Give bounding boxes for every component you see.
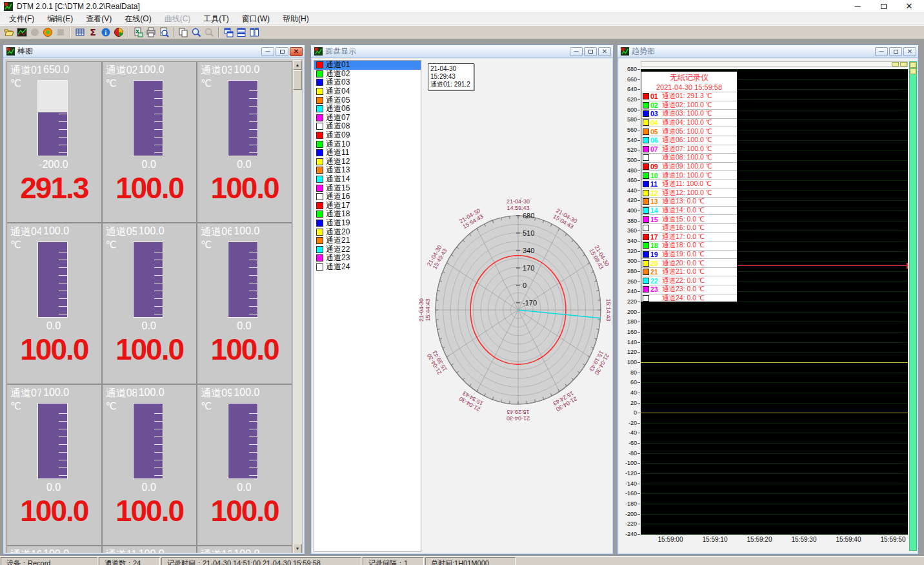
scroll-down-icon[interactable]: ▼ <box>293 544 302 553</box>
trend-window-minimize-button[interactable]: ─ <box>875 47 888 56</box>
trend-series-line <box>641 362 908 363</box>
vscroll-button[interactable] <box>910 68 916 74</box>
menu-item[interactable]: 工具(T) <box>197 12 235 26</box>
gridline <box>641 322 908 322</box>
gridline <box>641 484 908 484</box>
legend-channel-value: 通道21: 0.0 ℃ <box>662 267 705 276</box>
legend-channel-value: 通道14: 0.0 ℃ <box>662 206 705 215</box>
menu-item[interactable]: 查看(V) <box>79 12 118 26</box>
bar-window-titlebar[interactable]: 棒图 ─ ✕ <box>3 45 305 58</box>
legend-channel-value: 通道08: 100.0 ℃ <box>662 153 712 162</box>
disc-window-maximize-button[interactable] <box>584 47 597 56</box>
channel-list-item[interactable]: 通道24 <box>314 263 421 272</box>
legend-channel-value: 通道13: 0.0 ℃ <box>662 197 705 206</box>
disc-window-close-button[interactable]: ✕ <box>598 47 611 56</box>
gauge-min-value: 0.0 <box>21 320 86 332</box>
gauge-reading: 100.0 <box>103 170 197 205</box>
export-icon[interactable] <box>132 26 145 38</box>
gauge-panel: 通道04100.0℃0.0100.0 <box>7 223 101 384</box>
legend-color-swatch <box>643 146 649 152</box>
channel-color-swatch <box>316 167 323 174</box>
trend-window-close-button[interactable]: ✕ <box>903 47 916 56</box>
bar-window-scrollbar[interactable]: ▲ ▼ <box>292 59 303 553</box>
menu-item[interactable]: 在线(O) <box>118 12 157 26</box>
menu-item[interactable]: 曲线(C) <box>158 12 197 26</box>
realtime-chart-icon[interactable] <box>15 26 28 38</box>
tile-vertical-icon[interactable] <box>248 26 261 38</box>
print-preview-icon[interactable] <box>157 26 170 38</box>
gridline <box>641 393 908 393</box>
y-axis-label: -60 <box>619 440 637 446</box>
gauge-ticks <box>249 245 257 314</box>
legend-channel-value: 通道05: 100.0 ℃ <box>662 127 712 136</box>
mdi-area: 棒图 ─ ✕ 通道01650.0℃-200.0291.3通道02100.0℃0.… <box>0 39 924 556</box>
y-axis-label: 500 <box>619 157 637 163</box>
hscroll-button[interactable] <box>892 62 899 67</box>
tile-horizontal-icon[interactable] <box>235 26 248 38</box>
scrollbar-thumb[interactable] <box>293 70 302 90</box>
cascade-windows-icon[interactable] <box>222 26 235 38</box>
y-axis-tick <box>638 150 640 150</box>
disc-window-minimize-button[interactable]: ─ <box>570 47 583 56</box>
y-axis-label: 580 <box>619 116 637 123</box>
pie-chart-icon[interactable] <box>112 26 125 38</box>
print-icon[interactable] <box>145 26 157 38</box>
menu-item[interactable]: 编辑(E) <box>41 12 79 26</box>
gridline <box>641 504 908 504</box>
y-axis-label: 60 <box>619 379 637 385</box>
menu-item[interactable]: 文件(F) <box>3 12 41 26</box>
trend-window-titlebar[interactable]: 趋势图 ─ ✕ <box>618 45 918 58</box>
bar-window-maximize-button[interactable] <box>276 47 288 56</box>
menu-item[interactable]: 窗口(W) <box>236 12 276 26</box>
close-button[interactable]: ✕ <box>905 1 914 11</box>
channel-list: 通道01通道02通道03通道04通道05通道06通道07通道08通道09通道10… <box>314 60 421 552</box>
y-axis-label: -160 <box>619 490 637 497</box>
y-axis-label: 260 <box>619 278 637 285</box>
trend-vscroll[interactable] <box>909 61 917 551</box>
gauge-reading: 100.0 <box>7 493 101 528</box>
trend-window-maximize-button[interactable] <box>889 47 902 56</box>
channel-color-swatch <box>316 123 323 130</box>
gauge-channel-label: 通道12 <box>201 548 232 553</box>
maximize-button[interactable] <box>879 1 888 11</box>
vscroll-button[interactable] <box>910 62 916 68</box>
copy-icon[interactable] <box>177 26 190 38</box>
channel-color-swatch <box>316 97 323 104</box>
hscroll-button[interactable] <box>900 62 907 67</box>
y-axis-tick <box>638 413 640 413</box>
legend-channel-number: 16 <box>649 224 662 232</box>
trend-hscroll[interactable] <box>641 61 908 67</box>
gridline <box>641 534 908 535</box>
gauge-panel: 通道09100.0℃0.0100.0 <box>197 385 292 545</box>
gauge-ticks <box>249 406 257 476</box>
channel-color-swatch <box>316 202 323 209</box>
gauge-panel: 通道05100.0℃0.0100.0 <box>103 223 197 384</box>
sum-icon[interactable]: Σ <box>86 26 99 38</box>
legend-channel-value: 通道04: 100.0 ℃ <box>662 118 712 127</box>
minimize-button[interactable]: ─ <box>853 1 862 11</box>
scroll-up-icon[interactable]: ▲ <box>293 60 302 70</box>
gauge-channel-label: 通道04 <box>10 225 41 239</box>
record-icon[interactable] <box>41 26 54 38</box>
legend-channel-value: 通道24: 0.0 ℃ <box>662 294 705 303</box>
zoom-icon[interactable] <box>190 26 203 38</box>
gauge-max-value: 100.0 <box>43 548 69 553</box>
table-view-icon[interactable] <box>74 26 86 38</box>
channel-color-swatch <box>316 141 323 148</box>
channel-color-swatch <box>316 229 323 236</box>
bar-window-minimize-button[interactable]: ─ <box>261 47 274 56</box>
tooltip-time: 15:29:43 <box>430 73 472 81</box>
info-icon[interactable]: i <box>99 26 112 38</box>
menu-item[interactable]: 帮助(H) <box>276 12 316 26</box>
svg-text:340: 340 <box>523 247 534 254</box>
bar-window-close-button[interactable]: ✕ <box>290 47 303 56</box>
gauge-min-value: 0.0 <box>117 482 181 493</box>
x-axis-label: 15:59:50 <box>874 536 912 543</box>
gauge-max-value: 650.0 <box>43 64 69 76</box>
open-icon[interactable] <box>3 26 15 38</box>
channel-color-swatch <box>316 246 323 253</box>
legend-row: 24通道24: 0.0 ℃ <box>641 294 737 303</box>
disc-window-titlebar[interactable]: 圆盘显示 ─ ✕ <box>311 45 613 58</box>
y-axis-label: 0 <box>619 409 637 416</box>
toolbar-separator <box>128 27 129 37</box>
